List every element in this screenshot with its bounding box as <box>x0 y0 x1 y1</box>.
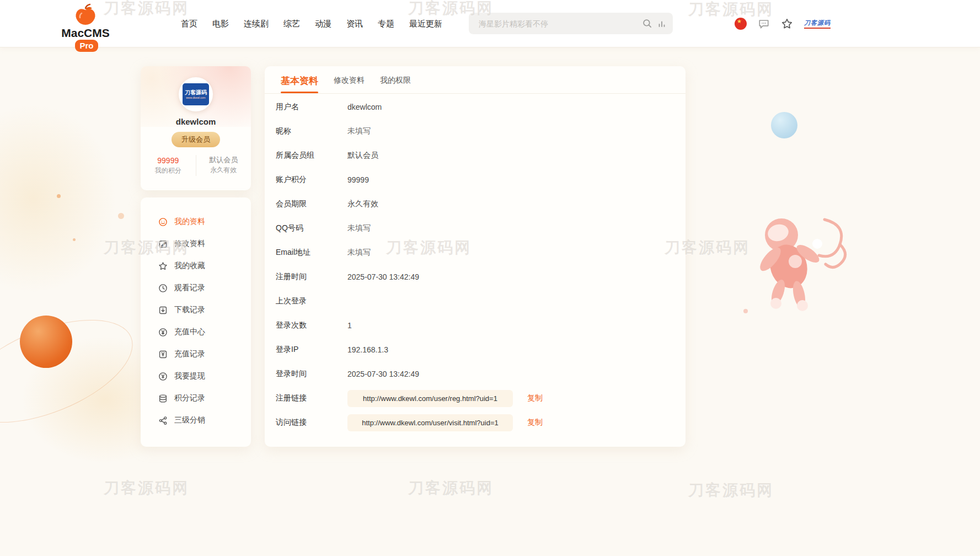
search-input[interactable] <box>479 19 637 28</box>
nav-item-latest[interactable]: 最近更新 <box>409 19 442 29</box>
field-value: 99999 <box>347 175 369 184</box>
profile-smiley-icon <box>158 217 168 227</box>
database-icon <box>158 393 168 403</box>
field-label: 访问链接 <box>276 418 347 427</box>
nav-item-variety[interactable]: 综艺 <box>283 19 300 29</box>
star-icon <box>158 261 168 271</box>
ranking-chart-icon[interactable] <box>657 19 666 28</box>
orbit-line <box>0 299 147 444</box>
menu-item-download-history[interactable]: 下载记录 <box>158 299 251 321</box>
tab-permissions[interactable]: 我的权限 <box>380 76 411 93</box>
coin-record-icon <box>158 349 168 359</box>
menu-item-label: 充值中心 <box>174 327 205 337</box>
field-row-username: 用户名 dkewlcom <box>265 95 686 119</box>
visit-link-box[interactable]: http://www.dkewl.com/user/visit.html?uid… <box>347 414 513 431</box>
menu-item-label: 积分记录 <box>174 393 205 403</box>
field-label: 昵称 <box>276 126 347 136</box>
main-nav: 首页 电影 连续剧 综艺 动漫 资讯 专题 最近更新 <box>181 0 442 47</box>
menu-item-withdraw[interactable]: 我要提现 <box>158 365 251 387</box>
points-label: 我的积分 <box>141 166 196 175</box>
menu-item-recharge-record[interactable]: 充值记录 <box>158 343 251 365</box>
nav-item-series[interactable]: 连续剧 <box>244 19 269 29</box>
field-value: 未填写 <box>347 248 371 258</box>
field-label: 账户积分 <box>276 175 347 185</box>
field-label: QQ号码 <box>276 223 347 233</box>
download-icon <box>158 305 168 315</box>
logo-text: MacCMS <box>61 26 110 40</box>
decor-dot <box>73 238 76 241</box>
menu-item-label: 我的收藏 <box>174 261 205 271</box>
field-row-qq: QQ号码 未填写 <box>265 216 686 240</box>
field-value: dkewlcom <box>347 103 382 111</box>
field-label: Email地址 <box>276 248 347 258</box>
sidebar-menu: 我的资料 修改资料 我的收藏 观看记录 <box>141 197 251 447</box>
watermark: 刀客源码网 <box>408 478 494 499</box>
field-row-email: Email地址 未填写 <box>265 240 686 265</box>
message-icon[interactable] <box>758 18 770 30</box>
points-stat: 99999 我的积分 <box>141 155 196 176</box>
register-link-url: http://www.dkewl.com/user/reg.html?uid=1 <box>363 394 497 403</box>
menu-item-label: 我要提现 <box>174 371 205 381</box>
field-row-nickname: 昵称 未填写 <box>265 119 686 143</box>
menu-item-distribution[interactable]: 三级分销 <box>158 409 251 431</box>
group-stat: 默认会员 永久有效 <box>196 155 251 176</box>
menu-item-label: 下载记录 <box>174 305 205 315</box>
menu-item-label: 修改资料 <box>174 239 205 249</box>
field-row-points: 账户积分 99999 <box>265 168 686 192</box>
avatar: 刀客源码 www.dkewl.com <box>179 77 213 111</box>
menu-item-recharge-center[interactable]: 充值中心 <box>158 321 251 343</box>
nav-item-movies[interactable]: 电影 <box>212 19 229 29</box>
register-link-box[interactable]: http://www.dkewl.com/user/reg.html?uid=1 <box>347 390 513 407</box>
decor-dot <box>118 213 124 219</box>
tab-basic-info[interactable]: 基本资料 <box>281 74 318 93</box>
field-row-login-ip: 登录IP 192.168.1.3 <box>265 338 686 362</box>
avatar-subtext: www.dkewl.com <box>186 96 206 99</box>
share-icon <box>158 415 168 425</box>
menu-item-favorites[interactable]: 我的收藏 <box>158 255 251 277</box>
astronaut-illustration <box>742 209 858 324</box>
nav-item-home[interactable]: 首页 <box>181 19 197 29</box>
nav-item-topics[interactable]: 专题 <box>378 19 394 29</box>
field-value: 未填写 <box>347 223 371 233</box>
field-row-register-time: 注册时间 2025-07-30 13:42:49 <box>265 265 686 289</box>
field-rows: 用户名 dkewlcom 昵称 未填写 所属会员组 默认会员 账户积分 9999… <box>265 94 686 435</box>
field-row-login-count: 登录次数 1 <box>265 313 686 338</box>
header: MacCMSPro 首页 电影 连续剧 综艺 动漫 资讯 专题 最近更新 <box>0 0 980 47</box>
menu-item-points-record[interactable]: 积分记录 <box>158 387 251 409</box>
avatar-text: 刀客源码 <box>185 89 207 96</box>
china-flag-icon[interactable]: ★ <box>735 18 747 30</box>
copy-register-link-button[interactable]: 复制 <box>527 393 543 403</box>
site-logo[interactable]: MacCMSPro <box>50 3 121 52</box>
logo-badge: Pro <box>75 40 98 52</box>
field-value: 永久有效 <box>347 199 378 209</box>
nav-item-news[interactable]: 资讯 <box>346 19 363 29</box>
profile-detail-panel: 基本资料 修改资料 我的权限 用户名 dkewlcom 昵称 未填写 所属会员组… <box>265 66 686 447</box>
profile-card: 刀客源码 www.dkewl.com dkewlcom 升级会员 99999 我… <box>141 66 251 190</box>
tab-edit-info[interactable]: 修改资料 <box>334 76 365 93</box>
group-value: 默认会员 <box>196 155 251 165</box>
site-mini-logo[interactable]: 刀客源码 <box>804 19 831 29</box>
clock-icon <box>158 283 168 293</box>
group-label: 永久有效 <box>196 165 251 175</box>
menu-item-my-profile[interactable]: 我的资料 <box>158 211 251 233</box>
menu-item-label: 充值记录 <box>174 349 205 359</box>
visit-link-url: http://www.dkewl.com/user/visit.html?uid… <box>362 419 498 427</box>
upgrade-member-button[interactable]: 升级会员 <box>172 132 220 147</box>
field-value: 1 <box>347 321 352 330</box>
nav-item-anime[interactable]: 动漫 <box>315 19 331 29</box>
blue-planet <box>771 112 797 138</box>
withdraw-icon <box>158 371 168 381</box>
detail-tabs: 基本资料 修改资料 我的权限 <box>265 66 686 94</box>
menu-item-watch-history[interactable]: 观看记录 <box>158 277 251 299</box>
menu-item-edit-profile[interactable]: 修改资料 <box>158 233 251 255</box>
field-label: 注册时间 <box>276 272 347 282</box>
favorite-star-icon[interactable] <box>781 18 793 30</box>
field-value: 2025-07-30 13:42:49 <box>347 370 419 378</box>
field-row-login-time: 登录时间 2025-07-30 13:42:49 <box>265 362 686 386</box>
points-value: 99999 <box>141 155 196 166</box>
username: dkewlcom <box>141 117 251 126</box>
coin-yuan-icon <box>158 327 168 337</box>
search-icon[interactable] <box>642 19 652 28</box>
copy-visit-link-button[interactable]: 复制 <box>527 418 543 427</box>
field-label: 登录时间 <box>276 369 347 379</box>
